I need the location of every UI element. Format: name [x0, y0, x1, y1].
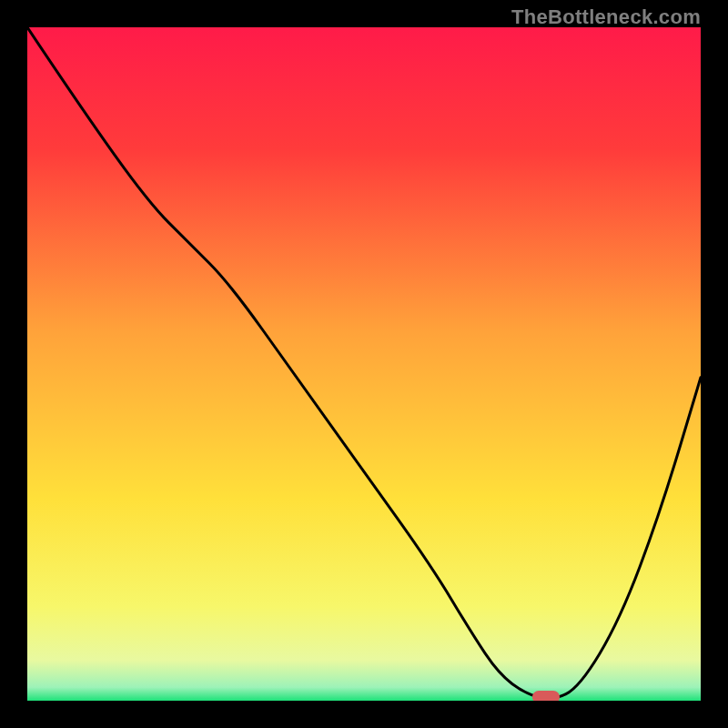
watermark: TheBottleneck.com — [511, 5, 701, 29]
plot-area — [27, 27, 701, 701]
chart-canvas: TheBottleneck.com — [0, 0, 728, 728]
bottleneck-curve — [27, 27, 701, 701]
optimal-point-marker — [532, 691, 560, 701]
